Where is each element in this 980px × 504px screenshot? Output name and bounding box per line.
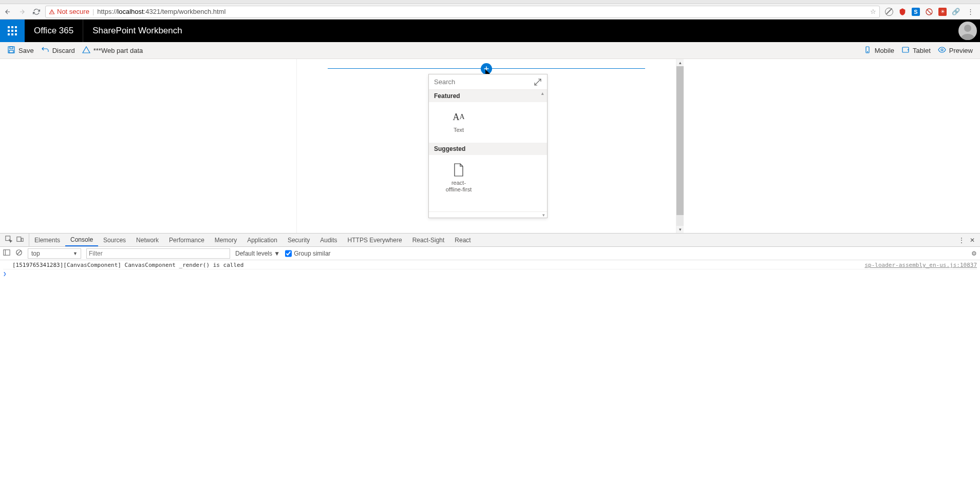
command-bar: Save Discard ***Web part data Mobile Tab…: [0, 42, 980, 59]
browser-menu-icon[interactable]: ⋮: [965, 8, 976, 15]
scroll-down-icon[interactable]: ▾: [542, 212, 545, 218]
bookmark-star-icon[interactable]: ☆: [870, 8, 876, 15]
svg-rect-3: [10, 47, 13, 49]
discard-button[interactable]: Discard: [41, 46, 75, 55]
console-filter-bar: top▼ Default levels ▼ Group similar ⚙: [0, 247, 980, 260]
extension-icon[interactable]: [885, 8, 893, 16]
mobile-button[interactable]: Mobile: [863, 46, 894, 55]
webpart-toolbox: Featured ▴ AA Text Suggested react- offl…: [428, 74, 548, 218]
devtools-tab-memory[interactable]: Memory: [210, 234, 242, 246]
canvas-area: Featured ▴ AA Text Suggested react- offl…: [0, 59, 980, 233]
text-icon: AA: [453, 110, 464, 124]
scroll-up-icon[interactable]: ▴: [541, 91, 544, 96]
suite-bar: Office 365 SharePoint Workbench: [0, 20, 980, 42]
preview-icon: [938, 46, 946, 55]
toolbox-item-text[interactable]: AA Text: [433, 106, 484, 139]
svg-rect-12: [22, 238, 24, 241]
scroll-down-icon[interactable]: ▾: [676, 226, 684, 233]
devtools-close-icon[interactable]: ✕: [970, 237, 975, 244]
devtools-tab-audits[interactable]: Audits: [315, 234, 342, 246]
console-log-row: [1519765341283][CanvasComponent] CanvasC…: [3, 261, 977, 269]
expand-icon[interactable]: [534, 78, 542, 86]
document-icon: [453, 163, 464, 177]
canvas-center: Featured ▴ AA Text Suggested react- offl…: [296, 59, 676, 233]
browser-back-button[interactable]: [2, 6, 13, 17]
devtools-tab-console[interactable]: Console: [65, 234, 98, 246]
browser-reload-button[interactable]: [31, 6, 42, 17]
toolbox-search-row: [429, 74, 547, 90]
devtools-tab-sources[interactable]: Sources: [98, 234, 131, 246]
toolbox-search-input[interactable]: [434, 78, 534, 86]
toolbox-suggested-body: react- offline-first: [429, 155, 547, 211]
browser-url-bar[interactable]: Not secure | https://localhost:4321/temp…: [45, 6, 880, 18]
browser-forward-button[interactable]: [16, 6, 28, 17]
devtools-tab-performance[interactable]: Performance: [164, 234, 210, 246]
browser-tab-strip: [0, 0, 980, 4]
console-settings-icon[interactable]: ⚙: [971, 250, 977, 257]
warning-icon: [82, 46, 90, 55]
svg-point-1: [964, 25, 971, 32]
extension-icon[interactable]: [925, 8, 933, 16]
svg-point-9: [941, 49, 943, 51]
console-sidebar-icon[interactable]: [3, 249, 10, 258]
not-secure-indicator: Not secure: [49, 8, 89, 15]
scroll-up-icon[interactable]: ▴: [676, 59, 684, 66]
extension-icon[interactable]: ☀: [938, 8, 947, 16]
inspect-element-icon[interactable]: [5, 236, 12, 244]
url-text: https://localhost:4321/temp/workbench.ht…: [97, 8, 225, 15]
devtools-panel: Elements Console Sources Network Perform…: [0, 233, 980, 504]
svg-rect-13: [4, 250, 10, 256]
browser-extensions: S ☀ 🔗 ⋮: [883, 8, 978, 16]
devtools-tab-network[interactable]: Network: [131, 234, 164, 246]
svg-rect-4: [9, 50, 13, 53]
console-log-source[interactable]: sp-loader-assembly_en-us.js:10837: [864, 262, 977, 268]
group-similar-checkbox[interactable]: Group similar: [285, 248, 330, 259]
extension-icon[interactable]: S: [912, 8, 920, 16]
devtools-tab-elements[interactable]: Elements: [29, 234, 65, 246]
undo-icon: [41, 46, 49, 55]
waffle-icon: [8, 26, 17, 35]
svg-rect-11: [17, 237, 21, 242]
devtools-menu-icon[interactable]: ⋮: [958, 237, 965, 244]
save-icon: [7, 46, 15, 55]
svg-line-16: [17, 251, 21, 255]
console-levels-select[interactable]: Default levels ▼: [235, 250, 280, 257]
toolbox-suggested-header: Suggested: [429, 143, 547, 155]
toolbox-featured-body: AA Text: [429, 102, 547, 143]
console-output: [1519765341283][CanvasComponent] CanvasC…: [0, 260, 980, 504]
devtools-tab-security[interactable]: Security: [282, 234, 315, 246]
tablet-button[interactable]: Tablet: [901, 46, 931, 55]
devtools-tab-bar: Elements Console Sources Network Perform…: [0, 234, 980, 247]
svg-point-6: [867, 51, 868, 52]
save-button[interactable]: Save: [7, 46, 34, 55]
extension-icon[interactable]: [898, 8, 907, 16]
canvas-scrollbar[interactable]: ▴ ▾: [676, 59, 684, 233]
webpart-data-button[interactable]: ***Web part data: [82, 46, 143, 55]
toggle-device-icon[interactable]: [16, 236, 24, 244]
mobile-icon: [863, 46, 872, 55]
devtools-tab-react-sight[interactable]: React-Sight: [407, 234, 450, 246]
console-log-message: [1519765341283][CanvasComponent] CanvasC…: [12, 262, 864, 268]
clear-console-icon[interactable]: [15, 249, 23, 258]
user-avatar[interactable]: [958, 22, 977, 40]
svg-point-8: [908, 49, 909, 50]
console-context-select[interactable]: top▼: [28, 248, 81, 259]
preview-button[interactable]: Preview: [938, 46, 973, 55]
devtools-tab-https-everywhere[interactable]: HTTPS Everywhere: [343, 234, 407, 246]
toolbox-item-react-offline[interactable]: react- offline-first: [433, 159, 484, 207]
console-filter-input[interactable]: [86, 248, 230, 259]
app-launcher-button[interactable]: [0, 20, 25, 42]
tablet-icon: [901, 46, 910, 55]
suite-app-title: SharePoint Workbench: [83, 20, 192, 42]
suite-brand[interactable]: Office 365: [25, 20, 83, 42]
devtools-tab-application[interactable]: Application: [242, 234, 282, 246]
browser-toolbar: Not secure | https://localhost:4321/temp…: [0, 4, 980, 20]
toolbox-featured-header: Featured ▴: [429, 90, 547, 102]
console-prompt[interactable]: ❯: [3, 269, 977, 278]
devtools-tab-react[interactable]: React: [449, 234, 476, 246]
toolbox-footer: ▾: [429, 211, 547, 218]
extension-icon[interactable]: 🔗: [952, 8, 960, 16]
